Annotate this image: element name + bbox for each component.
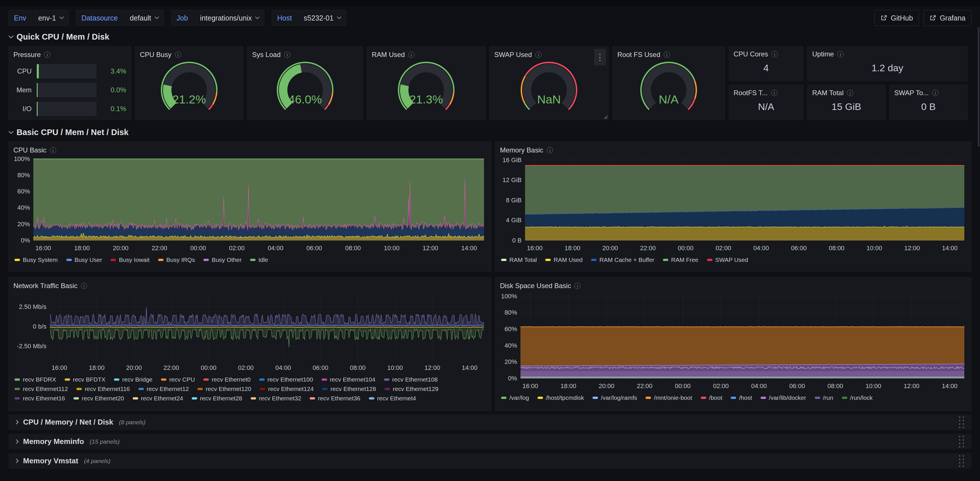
legend-item[interactable]: recv Ethernet108 [384, 376, 438, 383]
resize-handle[interactable] [603, 115, 608, 119]
panel-title[interactable]: Sys Load [252, 51, 281, 59]
info-icon[interactable] [771, 90, 778, 96]
panel-title[interactable]: SWAP Used [494, 51, 532, 59]
panel-title[interactable]: RAM Used [372, 51, 405, 59]
legend-item[interactable]: recv BFDTX [65, 376, 105, 383]
info-icon[interactable] [44, 52, 51, 58]
drag-handle-icon[interactable] [958, 435, 965, 449]
panel-uptime: Uptime 1.2 day [807, 46, 967, 81]
legend-item[interactable]: recv Ethernet20 [73, 395, 124, 402]
info-icon[interactable] [664, 52, 670, 58]
legend-item[interactable]: /var/lib/docker [760, 394, 806, 401]
panel-title[interactable]: CPU Busy [140, 51, 172, 59]
section-header-quick[interactable]: Quick CPU / Mem / Disk [8, 30, 972, 44]
time-series-chart[interactable]: 0%20%40%60%80%100%16:0018:0020:0022:0000… [13, 155, 486, 255]
legend-item[interactable]: recv Ethernet129 [385, 385, 438, 392]
time-series-chart[interactable]: 0 B4 GiB8 GiB12 GiB16 GiB16:0018:0020:00… [500, 155, 967, 255]
info-icon[interactable] [547, 147, 553, 153]
legend-item[interactable]: /boot [701, 394, 722, 401]
legend-item[interactable]: Idle [250, 256, 268, 263]
info-icon[interactable] [81, 283, 87, 289]
info-icon[interactable] [175, 52, 181, 58]
panel-title[interactable]: SWAP To... [894, 89, 929, 97]
legend-item[interactable]: recv Ethernet124 [260, 385, 313, 392]
info-icon[interactable] [847, 90, 853, 96]
drag-handle-icon[interactable] [958, 416, 965, 429]
grafana-link-button[interactable]: Grafana [924, 10, 972, 26]
legend-swatch [66, 259, 72, 261]
env-select[interactable]: env-1 [33, 10, 68, 26]
legend-item[interactable]: recv BFDRX [14, 376, 56, 383]
legend-item[interactable]: SWAP Used [707, 256, 748, 263]
panel-title[interactable]: Memory Basic [500, 146, 543, 154]
panel-title[interactable]: Uptime [812, 50, 834, 58]
legend-item[interactable]: recv Ethernet120 [197, 385, 251, 392]
legend-item[interactable]: recv Ethernet104 [321, 376, 375, 383]
legend-item[interactable]: recv Ethernet100 [259, 376, 313, 383]
info-icon[interactable] [772, 51, 778, 57]
job-select[interactable]: integrations/unix [194, 10, 264, 26]
legend-item[interactable]: Busy User [66, 256, 102, 263]
legend-item[interactable]: recv Ethernet128 [322, 385, 376, 392]
panel-title[interactable]: CPU Cores [733, 50, 768, 58]
info-icon[interactable] [284, 52, 290, 58]
legend-swatch [384, 378, 390, 381]
collapsed-row-memory-vmstat[interactable]: Memory Vmstat (4 panels) [8, 453, 972, 469]
legend-item[interactable]: /run/lock [842, 394, 873, 401]
legend-item[interactable]: Busy System [14, 256, 58, 263]
panel-title[interactable]: Pressure [13, 51, 41, 59]
legend-item[interactable]: recv Ethernet0 [204, 376, 251, 383]
svg-text:16:00: 16:00 [35, 244, 51, 252]
legend-item[interactable]: RAM Cache + Buffer [591, 256, 654, 263]
info-icon[interactable] [837, 51, 843, 57]
time-series-chart[interactable]: 0%20%40%60%80%100%16:0018:0020:0022:0000… [500, 291, 967, 393]
legend-item[interactable]: Busy IRQs [158, 256, 195, 263]
legend-item[interactable]: recv Bridge [114, 376, 153, 383]
info-icon[interactable] [932, 90, 939, 96]
time-series-chart[interactable]: -2.50 Mb/s0 b/s2.50 Mb/s16:0018:0020:002… [13, 291, 486, 374]
legend-item[interactable]: recv Ethernet16 [14, 395, 65, 402]
legend-item[interactable]: recv CPU [161, 376, 195, 383]
panel-menu-icon[interactable] [594, 49, 606, 65]
panel-title[interactable]: Network Traffic Basic [13, 282, 78, 290]
section-header-basic[interactable]: Basic CPU / Mem / Net / Disk [8, 125, 972, 139]
scrollbar-thumb[interactable] [978, 27, 980, 147]
panel-title[interactable]: RAM Total [812, 89, 843, 97]
panel-title[interactable]: Root FS Used [617, 51, 660, 59]
host-select[interactable]: s5232-01 [298, 10, 346, 26]
svg-text:100%: 100% [501, 293, 517, 300]
legend-item[interactable]: RAM Free [663, 256, 698, 263]
legend-item[interactable]: /host [731, 394, 752, 401]
datasource-select[interactable]: default [124, 10, 164, 26]
legend-item[interactable]: /host/tpcmdisk [538, 394, 584, 401]
legend-item[interactable]: recv Ethernet28 [192, 395, 242, 402]
legend-item[interactable]: recv Ethernet24 [133, 395, 183, 402]
legend-item[interactable]: Busy Iowait [111, 256, 149, 263]
legend-swatch [545, 259, 551, 261]
legend-item[interactable]: recv Ethernet36 [310, 395, 360, 402]
legend-item[interactable]: /var/log [501, 394, 529, 401]
svg-text:40%: 40% [18, 204, 30, 211]
legend-item[interactable]: Busy Other [204, 256, 242, 263]
info-icon[interactable] [408, 52, 415, 58]
legend-item[interactable]: /run [815, 394, 833, 401]
legend-item[interactable]: /var/log/ramfs [593, 394, 637, 401]
drag-handle-icon[interactable] [958, 454, 965, 468]
collapsed-row-memory-meminfo[interactable]: Memory Meminfo (15 panels) [8, 434, 972, 449]
legend-item[interactable]: recv Ethernet4 [369, 395, 416, 402]
panel-title[interactable]: RootFS T... [733, 89, 768, 97]
legend-item[interactable]: recv Ethernet12 [138, 385, 189, 392]
legend-item[interactable]: recv Ethernet32 [251, 395, 301, 402]
legend-item[interactable]: RAM Used [545, 256, 582, 263]
collapsed-row-cpu-memory-net-disk[interactable]: CPU / Memory / Net / Disk (8 panels) [8, 414, 972, 430]
info-icon[interactable] [50, 147, 56, 153]
panel-title[interactable]: CPU Basic [13, 146, 46, 154]
legend-item[interactable]: RAM Total [501, 256, 537, 263]
info-icon[interactable] [574, 283, 581, 289]
legend-item[interactable]: recv Ethernet116 [76, 385, 130, 392]
info-icon[interactable] [535, 52, 542, 58]
legend-item[interactable]: recv Ethernet112 [14, 385, 68, 392]
panel-title[interactable]: Disk Space Used Basic [500, 282, 571, 290]
github-link-button[interactable]: GitHub [875, 10, 919, 26]
legend-item[interactable]: /mnt/onie-boot [646, 394, 692, 401]
